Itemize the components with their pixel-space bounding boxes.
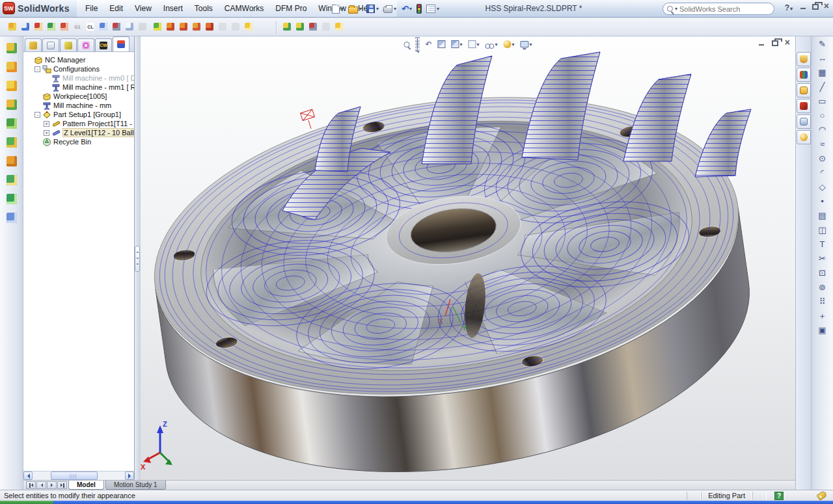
instant3d-icon[interactable]: ▣ [815,323,830,337]
view-orientation-button[interactable] [449,38,464,50]
cw-extract-machinable-features-icon[interactable] [20,21,31,33]
search-input[interactable] [679,5,772,13]
splitter-handle[interactable] [135,246,140,272]
menu-insert[interactable]: Insert [157,0,189,17]
point-icon[interactable]: • [815,194,830,208]
cw-post-process-icon[interactable] [59,21,70,33]
tree-item-workpiece[interactable]: Workpiece[1005] [23,92,134,101]
tree-item-mill-machine-mm0[interactable]: Mill machine - mm0 [ Default [23,73,134,83]
dfm-review-icon[interactable] [294,21,306,33]
cw-new-mill-part-icon[interactable] [5,41,19,55]
edit-appearance-button[interactable] [502,38,517,50]
cw-operations-icon[interactable] [5,173,19,187]
cw-simulate-toolpath-icon[interactable] [98,21,109,33]
convert-entities-icon[interactable]: ⊡ [815,266,830,280]
design-checker-button[interactable] [415,3,423,14]
tab-camworks-operation-tree[interactable] [113,36,130,51]
menu-tools[interactable]: Tools [189,0,219,17]
spline-icon[interactable]: ≈ [815,137,830,151]
cw-open-part-icon[interactable] [7,21,18,33]
tab-photoworks-items[interactable] [797,99,811,113]
menu-file[interactable]: File [79,0,103,17]
document-restore-button[interactable] [772,40,778,46]
tree-item-z-level1[interactable]: + Z Level1[T12 - 10 Ball Nose] [23,128,134,137]
cw-new-turn-part-icon[interactable] [5,79,19,93]
3d-model-canvas[interactable]: #cluster circle, .nss{vector-effect:non-… [141,36,795,480]
panel-splitter[interactable] [135,36,141,480]
new-document-button[interactable] [331,4,345,14]
dfm-analysis-icon[interactable] [281,21,293,33]
cw-insert-operation-icon[interactable] [204,21,215,33]
circle-icon[interactable]: ○ [815,109,830,122]
previous-view-button[interactable]: ↶ [423,38,433,50]
cw-define-stock-icon[interactable] [178,21,189,33]
search-box[interactable]: ▾ [662,3,774,15]
menu-edit[interactable]: Edit [103,0,129,17]
rectangle-icon[interactable]: ▭ [815,94,830,108]
cw-define-machine-icon[interactable] [165,21,176,33]
sketch-fillet-icon[interactable]: ◜ [815,166,830,179]
tab-motion-study-1[interactable]: Motion Study 1 [105,481,166,490]
section-view-button[interactable] [435,38,447,50]
cw-new-mill-assembly-icon[interactable] [5,60,19,74]
scroll-right-button[interactable] [125,471,134,480]
tab-camworks-feature-tree[interactable]: CW [95,38,112,51]
previous-sheet-button[interactable] [36,481,46,489]
zoom-to-area-button[interactable] [413,38,421,50]
ellipse-icon[interactable]: ⊙ [815,152,830,165]
cw-insert-setup-icon[interactable] [191,21,202,33]
cw-features-icon[interactable] [5,154,19,168]
menu-view[interactable]: View [129,0,157,17]
cw-post-icon[interactable] [5,211,19,225]
cw-options-icon[interactable] [124,21,135,33]
dfm-settings-icon[interactable] [307,21,319,33]
tree-item-pattern-project1[interactable]: + Pattern Project1[T11 - 10 B [23,119,134,128]
scrollbar-thumb[interactable] [51,471,98,480]
cw-setup-icon[interactable] [5,135,19,150]
tree-item-mill-machine-mm1[interactable]: Mill machine - mm1 [ Red1 ] [23,83,134,92]
cw-customize-icon[interactable] [111,21,122,33]
tab-file-explorer[interactable] [797,83,811,98]
first-sheet-button[interactable] [26,481,36,489]
tree-item-part-setup1[interactable]: - Part Setup1 [Group1] [23,110,134,119]
display-style-button[interactable] [467,38,482,50]
offset-entities-icon[interactable]: ⊚ [815,280,830,294]
quick-tips-icon[interactable]: ? [774,492,784,500]
grid-system-icon[interactable]: ▦ [815,66,830,79]
tab-featuremanager-design-tree[interactable] [25,38,42,51]
close-button[interactable]: × [824,3,829,10]
polygon-icon[interactable]: ◇ [815,180,830,194]
cw-help-icon[interactable] [243,21,254,33]
smart-dimension-icon[interactable]: ↔ [815,51,830,65]
trim-entities-icon[interactable]: ✂ [815,252,830,265]
scroll-left-button[interactable] [23,471,33,480]
open-document-button[interactable] [347,4,363,14]
line-icon[interactable]: ╱ [815,80,830,94]
sketch-text-icon[interactable]: T [815,237,830,251]
tab-dimxpertmanager[interactable] [77,38,94,51]
cw-save-cl-file-icon[interactable]: CL [85,21,96,33]
minimize-button[interactable] [800,3,807,10]
move-entities-icon[interactable]: ＋ [815,309,830,323]
cw-machine-icon[interactable] [5,116,19,131]
linear-sketch-pattern-icon[interactable]: ⠿ [815,295,830,308]
help-button[interactable]: ? [785,3,793,12]
plane-icon[interactable]: ▤ [815,209,830,222]
cw-stock-manager-icon[interactable] [5,98,19,112]
apply-scene-button[interactable] [519,38,534,50]
last-sheet-button[interactable] [57,481,67,489]
tab-propertymanager[interactable] [42,38,59,51]
cw-generate-toolpath-icon[interactable] [46,21,57,33]
restore-button[interactable] [812,4,819,10]
document-minimize-button[interactable] [758,39,765,46]
tab-view-palette[interactable] [797,114,811,129]
tree-item-mill-machine-mm[interactable]: Mill machine - mm [23,101,134,110]
tab-model[interactable]: Model [68,481,104,490]
tree-item-nc-manager[interactable]: NC Manager [23,55,134,64]
tree-item-configurations[interactable]: - Configurations [23,64,134,73]
tab-appearances-scenes[interactable] [797,130,811,144]
tab-design-library[interactable] [797,68,811,82]
next-sheet-button[interactable] [47,481,57,489]
scrollbar-track[interactable] [33,471,125,480]
save-button[interactable] [365,4,380,14]
